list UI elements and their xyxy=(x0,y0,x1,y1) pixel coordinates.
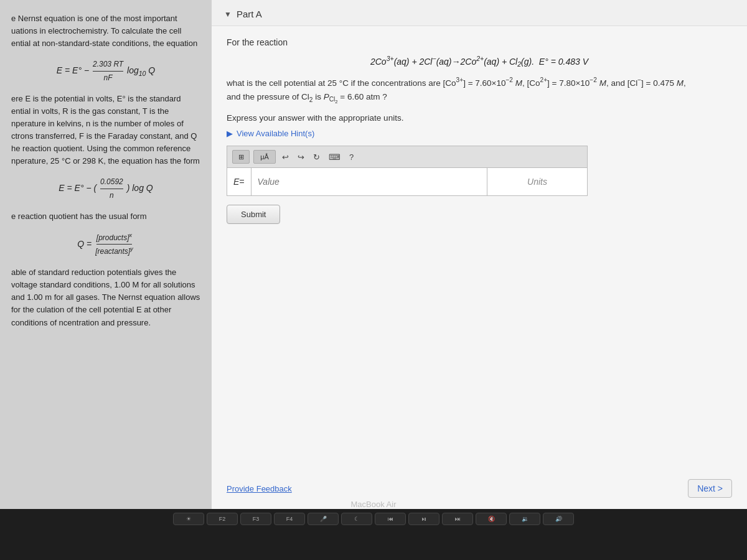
mute-icon: 🔇 xyxy=(488,516,495,522)
brightness-key[interactable]: ☀ xyxy=(173,513,204,525)
mu-icon: μÅ xyxy=(260,153,269,161)
left-panel: e Nernst equation is one of the most imp… xyxy=(0,0,212,510)
f8-key[interactable]: ⏯ xyxy=(408,513,439,525)
collapse-icon[interactable]: ▼ xyxy=(224,10,232,19)
f10-key[interactable]: 🔇 xyxy=(476,513,507,525)
redo-button[interactable]: ↪ xyxy=(295,151,307,163)
bottom-links: Provide Feedback Next > xyxy=(227,479,732,498)
quotient-equation: Q = [products]x [reactants]y xyxy=(11,231,200,258)
next-icon: ⏭ xyxy=(455,516,461,522)
nernst-equation-1: E = E° − 2.303 RT nF log10 Q xyxy=(11,58,200,83)
f5-key[interactable]: 🎤 xyxy=(308,513,339,525)
f7-key[interactable]: ⏮ xyxy=(375,513,406,525)
grid-button[interactable]: ⊞ xyxy=(232,150,250,164)
play-icon: ⏯ xyxy=(421,516,427,522)
part-a-header: ▼ Part A xyxy=(212,0,747,26)
brightness-icon: ☀ xyxy=(186,516,191,522)
value-input[interactable] xyxy=(251,168,487,195)
refresh-button[interactable]: ↻ xyxy=(311,151,322,163)
next-button[interactable]: Next > xyxy=(688,479,732,498)
keyboard-area: ☀ F2 F3 F4 🎤 ☾ ⏮ ⏯ ⏭ 🔇 🔉 🔊 xyxy=(0,509,747,560)
hint-label: View Available Hint(s) xyxy=(237,129,314,138)
submit-button[interactable]: Submit xyxy=(227,205,280,224)
f3-label: F3 xyxy=(253,516,260,522)
units-placeholder: Units xyxy=(527,177,547,187)
grid-icon: ⊞ xyxy=(238,153,244,161)
units-box[interactable]: Units xyxy=(487,168,587,195)
express-text: Express your answer with the appropriate… xyxy=(227,113,732,123)
vol-down-icon: 🔉 xyxy=(522,516,529,522)
e-label: E = xyxy=(227,168,251,195)
hint-arrow-icon: ▶ xyxy=(227,129,233,138)
answer-toolbar: ⊞ μÅ ↩ ↪ ↻ ⌨ ? xyxy=(227,146,588,167)
right-panel: ▼ Part A For the reaction 2Co3+(aq) + 2C… xyxy=(212,0,747,510)
keyboard-button[interactable]: ⌨ xyxy=(326,151,343,163)
f3-key[interactable]: F3 xyxy=(240,513,271,525)
moon-icon: ☾ xyxy=(354,516,359,522)
prev-icon: ⏮ xyxy=(388,516,393,522)
part-a-label: Part A xyxy=(237,9,262,19)
description-text: ere E is the potential in volts, E° is t… xyxy=(11,93,200,168)
content-area: For the reaction 2Co3+(aq) + 2Cl−(aq)→2C… xyxy=(212,26,747,235)
quotient-intro: e reaction quotient has the usual form xyxy=(11,210,200,223)
answer-row: E = Units xyxy=(227,167,588,196)
f12-key[interactable]: 🔊 xyxy=(543,513,574,525)
vol-up-icon: 🔊 xyxy=(555,516,562,522)
f2-label: F2 xyxy=(219,516,226,522)
question-text: what is the cell potential at 25 °C if t… xyxy=(227,75,732,106)
f11-key[interactable]: 🔉 xyxy=(509,513,540,525)
mic-icon: 🎤 xyxy=(320,516,327,522)
nernst-equation-2: E = E° − ( 0.0592 n ) log Q xyxy=(11,176,200,201)
macbook-label: MacBook Air xyxy=(351,500,397,509)
screen: ▪ Review | Constants | Periodic Table e … xyxy=(0,0,747,510)
f2-key[interactable]: F2 xyxy=(207,513,238,525)
hint-section: ▶ View Available Hint(s) xyxy=(227,129,732,138)
reaction-equation: 2Co3+(aq) + 2Cl−(aq)→2Co2+(aq) + Cl2(g).… xyxy=(227,55,732,68)
table-text: able of standard reduction potentials gi… xyxy=(11,266,200,329)
intro-text: e Nernst equation is one of the most imp… xyxy=(11,12,200,50)
question-button[interactable]: ? xyxy=(347,151,356,163)
f9-key[interactable]: ⏭ xyxy=(442,513,473,525)
hint-toggle[interactable]: ▶ View Available Hint(s) xyxy=(227,129,732,138)
mu-button[interactable]: μÅ xyxy=(253,150,276,164)
undo-button[interactable]: ↩ xyxy=(280,151,291,163)
for-reaction-text: For the reaction xyxy=(227,37,732,47)
f4-label: F4 xyxy=(286,516,293,522)
function-key-row: ☀ F2 F3 F4 🎤 ☾ ⏮ ⏯ ⏭ 🔇 🔉 🔊 xyxy=(0,509,747,526)
feedback-link[interactable]: Provide Feedback xyxy=(227,484,292,493)
f4-key[interactable]: F4 xyxy=(274,513,305,525)
f6-key[interactable]: ☾ xyxy=(341,513,372,525)
